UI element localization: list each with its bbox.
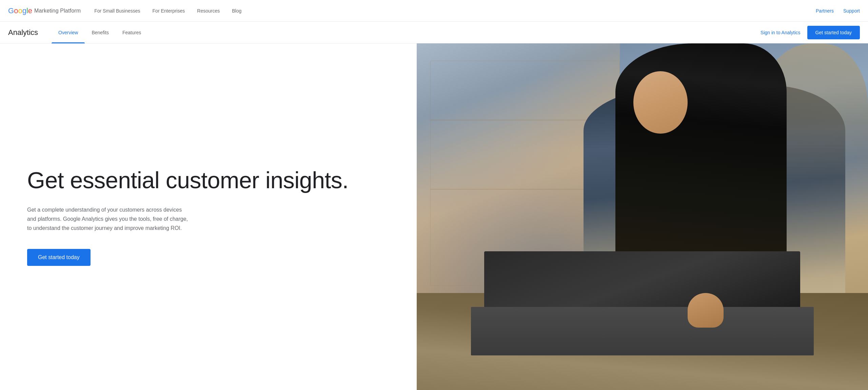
- nav-link-resources[interactable]: Resources: [197, 8, 220, 14]
- hero-content: Get essential customer insights. Get a c…: [0, 43, 417, 390]
- nav-link-blog[interactable]: Blog: [232, 8, 241, 14]
- top-navigation: G o o g l e Marketing Platform For Small…: [0, 0, 868, 22]
- secondary-navigation: Analytics Overview Benefits Features Sig…: [0, 22, 868, 43]
- get-started-header-button[interactable]: Get started today: [807, 26, 860, 39]
- hero-description: Get a complete understanding of your cus…: [27, 205, 190, 233]
- top-nav-links: For Small Businesses For Enterprises Res…: [94, 8, 816, 14]
- get-started-hero-button[interactable]: Get started today: [27, 249, 91, 266]
- hero-section: Get essential customer insights. Get a c…: [0, 43, 868, 390]
- nav-link-small-businesses[interactable]: For Small Businesses: [94, 8, 140, 14]
- support-link[interactable]: Support: [843, 8, 860, 14]
- google-letter-g2: g: [22, 6, 26, 15]
- google-letter-e: e: [28, 6, 32, 15]
- laptop-screen: [484, 251, 800, 314]
- person-hand: [688, 293, 724, 328]
- hero-title: Get essential customer insights.: [27, 168, 396, 193]
- google-letter-o2: o: [18, 6, 22, 15]
- google-logo: G o o g l e: [8, 6, 32, 15]
- nav-link-enterprises[interactable]: For Enterprises: [153, 8, 185, 14]
- brand-text: Marketing Platform: [34, 8, 81, 14]
- partners-link[interactable]: Partners: [816, 8, 834, 14]
- laptop-keyboard: [471, 307, 814, 355]
- secondary-nav-links: Overview Benefits Features: [52, 22, 761, 43]
- logo-area: G o o g l e Marketing Platform: [8, 6, 81, 15]
- tab-benefits[interactable]: Benefits: [85, 22, 116, 43]
- tab-overview[interactable]: Overview: [52, 22, 85, 43]
- sign-in-analytics-link[interactable]: Sign in to Analytics: [761, 30, 801, 35]
- hero-image: [417, 43, 868, 390]
- secondary-nav-right: Sign in to Analytics Get started today: [761, 26, 860, 39]
- google-letter-g: G: [8, 6, 14, 15]
- hero-photo: [417, 43, 868, 390]
- tab-features[interactable]: Features: [116, 22, 148, 43]
- person-face: [633, 71, 688, 134]
- product-name: Analytics: [8, 28, 38, 37]
- top-nav-right: Partners Support: [816, 8, 860, 14]
- google-letter-o1: o: [14, 6, 18, 15]
